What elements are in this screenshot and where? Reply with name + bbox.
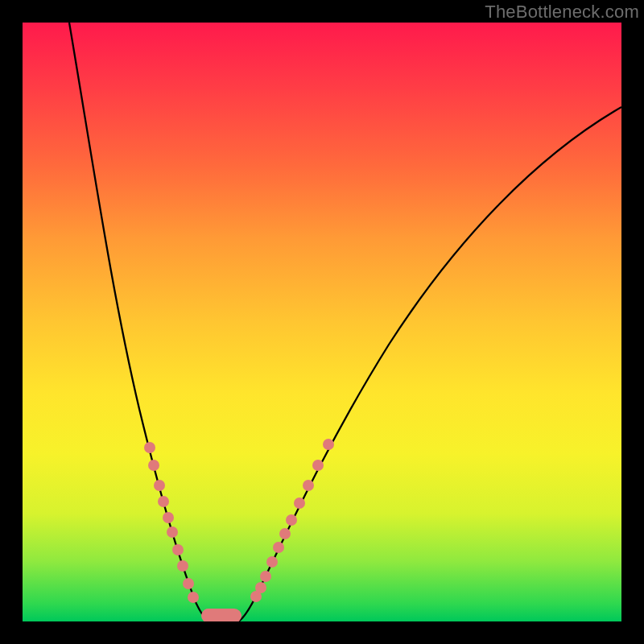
dot-left bbox=[177, 560, 188, 572]
dot-left bbox=[167, 526, 178, 538]
plot-area bbox=[23, 23, 621, 621]
dot-right bbox=[260, 571, 271, 582]
dot-left bbox=[158, 496, 169, 507]
dot-right bbox=[279, 528, 291, 539]
dot-right bbox=[294, 497, 305, 509]
dot-left bbox=[148, 460, 159, 471]
dot-left bbox=[172, 544, 184, 555]
chart-frame: TheBottleneck.com bbox=[0, 0, 644, 644]
dot-right bbox=[323, 439, 334, 450]
watermark-text: TheBottleneck.com bbox=[485, 2, 639, 23]
right-curve bbox=[238, 107, 621, 621]
dot-right bbox=[266, 556, 278, 568]
curves-layer bbox=[23, 23, 621, 621]
dot-right bbox=[273, 542, 284, 553]
dot-left bbox=[144, 442, 155, 453]
dot-right bbox=[312, 460, 324, 471]
valley-blob bbox=[201, 609, 242, 621]
dot-left bbox=[183, 578, 194, 589]
dot-right bbox=[255, 582, 266, 593]
dot-left bbox=[163, 512, 174, 523]
dot-right bbox=[303, 480, 314, 491]
left-curve bbox=[69, 23, 209, 621]
dot-right bbox=[286, 514, 297, 526]
dot-left bbox=[154, 480, 165, 491]
dot-left bbox=[188, 592, 199, 603]
